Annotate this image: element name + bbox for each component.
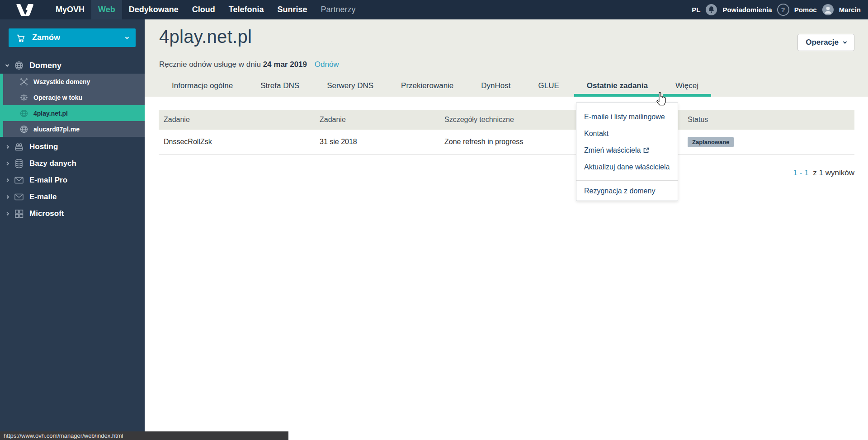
menu-item-aktualizuj-dane[interactable]: Aktualizuj dane właściciela	[576, 159, 678, 175]
renewal-info: Ręcznie odnów usługę w dniu 24 mar 2019 …	[159, 60, 339, 69]
pagination-range-link[interactable]: 1 - 1	[793, 169, 809, 177]
status-badge: Zaplanowane	[688, 137, 734, 147]
locale-switcher[interactable]: PL	[692, 6, 700, 14]
sidebar-group-domeny[interactable]: Domeny	[0, 59, 145, 72]
menu-item-kontakt[interactable]: Kontakt	[576, 125, 678, 142]
nav-item-web[interactable]: Web	[91, 0, 122, 19]
avatar[interactable]	[822, 4, 834, 16]
top-navbar: MyOVH Web Dedykowane Cloud Telefonia Sun…	[0, 0, 868, 19]
main-content: 4play.net.pl Ręcznie odnów usługę w dniu…	[145, 19, 868, 440]
nav-item-dedykowane[interactable]: Dedykowane	[122, 0, 185, 19]
tab-dynhost[interactable]: DynHost	[468, 79, 523, 97]
tab-ostatnie-zadania[interactable]: Ostatnie zadania	[574, 79, 660, 97]
order-button-label: Zamów	[32, 33, 60, 42]
hosting-icon	[14, 141, 24, 152]
bell-icon[interactable]	[705, 4, 717, 16]
chevron-down-icon	[843, 40, 847, 43]
tab-serwery-dns[interactable]: Serwery DNS	[314, 79, 386, 97]
sidebar-root-items: Hosting Bazy danych E-mail Pro	[0, 140, 145, 224]
more-menu: E-maile i listy mailingowe Kontakt Zmień…	[576, 103, 678, 201]
notifications-label[interactable]: Powiadomienia	[722, 6, 772, 14]
column-header-zadanie: Zadanie	[159, 116, 315, 124]
sidebar-item-microsoft[interactable]: Microsoft	[0, 207, 145, 220]
sidebar-item-label: alucard87pl.me	[33, 126, 80, 133]
navbar-right: PL Powiadomienia ? Pomoc Marcin	[692, 0, 868, 19]
chevron-down-icon	[125, 35, 129, 39]
column-header-status: Status	[683, 116, 854, 124]
tab-strefa-dns[interactable]: Strefa DNS	[248, 79, 312, 97]
primary-nav: MyOVH Web Dedykowane Cloud Telefonia Sun…	[49, 0, 362, 19]
page-title: 4play.net.pl	[159, 27, 252, 47]
more-menu-list: E-maile i listy mailingowe Kontakt Zmień…	[576, 103, 678, 201]
operations-button[interactable]: Operacje	[797, 34, 854, 51]
nav-item-myovh[interactable]: MyOVH	[49, 0, 91, 19]
nav-item-cloud[interactable]: Cloud	[185, 0, 222, 19]
sidebar-item-label: Microsoft	[29, 209, 64, 218]
status-bar-url: https://www.ovh.com/manager/web/index.ht…	[0, 431, 288, 440]
sidebar-item-email-pro[interactable]: E-mail Pro	[0, 173, 145, 187]
tab-wiecej[interactable]: Więcej	[663, 79, 711, 97]
sidebar-item-4play-net-pl[interactable]: 4play.net.pl	[0, 105, 145, 121]
sidebar-item-label: E-maile	[29, 192, 57, 201]
sidebar: Zamów Domeny Wszystkie domeny	[0, 19, 145, 440]
cell-task: DnssecRollZsk	[159, 138, 315, 146]
nav-item-partnerzy[interactable]: Partnerzy	[314, 0, 362, 19]
external-link-icon	[643, 147, 649, 154]
page-header: 4play.net.pl Ręcznie odnów usługę w dniu…	[145, 19, 868, 97]
cart-icon	[16, 33, 26, 43]
sidebar-item-label: Bazy danych	[29, 159, 76, 168]
sidebar-item-emaile[interactable]: E-maile	[0, 190, 145, 204]
tab-glue[interactable]: GLUE	[526, 79, 572, 97]
chevron-right-icon	[5, 178, 9, 182]
cell-date: 31 sie 2018	[315, 138, 439, 146]
sidebar-group-children: Wszystkie domeny Operacje w toku 4play.n…	[0, 74, 145, 137]
database-icon	[14, 158, 24, 169]
tab-przekierowanie[interactable]: Przekierowanie	[388, 79, 466, 97]
windows-icon	[14, 208, 24, 219]
chevron-right-icon	[5, 145, 9, 149]
globe-icon	[19, 125, 28, 134]
gear-icon	[19, 93, 28, 102]
username[interactable]: Marcin	[839, 6, 861, 14]
renewal-text: Ręcznie odnów usługę w dniu	[159, 60, 261, 69]
sidebar-item-label: 4play.net.pl	[33, 110, 68, 117]
tasks-table: Zadanie Zadanie Szczegóły techniczne Sta…	[159, 110, 854, 154]
sidebar-item-wszystkie-domeny[interactable]: Wszystkie domeny	[0, 74, 145, 89]
nav-item-sunrise[interactable]: Sunrise	[270, 0, 314, 19]
globe-icon	[14, 61, 24, 70]
help-icon[interactable]: ?	[777, 4, 789, 16]
chevron-right-icon	[5, 195, 9, 199]
table-row: DnssecRollZsk 31 sie 2018 Zone refresh i…	[159, 130, 854, 154]
table-header-row: Zadanie Zadanie Szczegóły techniczne Sta…	[159, 110, 854, 130]
order-button[interactable]: Zamów	[9, 28, 136, 47]
globe-icon	[19, 109, 28, 118]
pagination: 1 - 1 z 1 wyników	[793, 169, 854, 178]
sidebar-group-label: Domeny	[29, 61, 61, 70]
menu-item-zmien-wlasciciela[interactable]: Zmień właściciela	[576, 142, 678, 159]
menu-item-rezygnacja[interactable]: Rezygnacja z domeny	[576, 180, 678, 201]
sidebar-item-label: Wszystkie domeny	[33, 78, 90, 85]
sidebar-item-label: Operacje w toku	[33, 94, 82, 101]
sidebar-item-operacje-w-toku[interactable]: Operacje w toku	[0, 89, 145, 105]
chevron-down-icon	[5, 63, 9, 66]
menu-item-emaile-i-listy[interactable]: E-maile i listy mailingowe	[576, 108, 678, 125]
ovh-logo[interactable]	[0, 0, 49, 19]
renew-link[interactable]: Odnów	[315, 60, 339, 69]
sidebar-item-label: Hosting	[29, 142, 58, 151]
help-label[interactable]: Pomoc	[794, 6, 817, 14]
chevron-right-icon	[5, 162, 9, 165]
pagination-summary: z 1 wyników	[813, 169, 854, 177]
mail-icon	[14, 175, 24, 186]
sidebar-item-hosting[interactable]: Hosting	[0, 140, 145, 154]
mail-icon	[14, 192, 24, 202]
sidebar-item-alucard87pl-me[interactable]: alucard87pl.me	[0, 121, 145, 137]
operations-button-label: Operacje	[806, 38, 839, 47]
sidebar-item-label: E-mail Pro	[29, 176, 67, 185]
sidebar-item-bazy-danych[interactable]: Bazy danych	[0, 157, 145, 170]
tab-bar: Informacje ogólne Strefa DNS Serwery DNS…	[159, 79, 711, 97]
chevron-right-icon	[5, 212, 9, 215]
tab-informacje-ogolne[interactable]: Informacje ogólne	[159, 79, 245, 97]
nav-item-telefonia[interactable]: Telefonia	[222, 0, 271, 19]
app-root: MyOVH Web Dedykowane Cloud Telefonia Sun…	[0, 0, 868, 440]
cell-status: Zaplanowane	[683, 137, 854, 147]
